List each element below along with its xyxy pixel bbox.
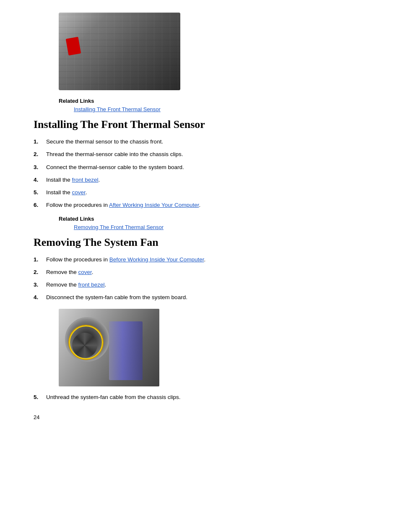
cover-link-1[interactable]: cover bbox=[72, 189, 86, 196]
step-text-1: Secure the thermal sensor to the chassis… bbox=[46, 138, 366, 146]
remove-fan-section: Removing The System Fan 1. Follow the pr… bbox=[34, 236, 366, 302]
step-text-5: Install the cover. bbox=[46, 188, 366, 197]
step-text-2: Thread the thermal-sensor cable into the… bbox=[46, 150, 366, 159]
front-bezel-link-2[interactable]: front bezel bbox=[78, 282, 105, 288]
front-bezel-link-1[interactable]: front bezel bbox=[72, 177, 99, 183]
step-num-2: 2. bbox=[34, 150, 46, 159]
fan-step-1: 1. Follow the procedures in Before Worki… bbox=[34, 256, 366, 264]
step-text-3: Connect the thermal-sensor cable to the … bbox=[46, 163, 366, 172]
fan-step-3: 3. Remove the front bezel. bbox=[34, 281, 366, 289]
remove-fan-heading: Removing The System Fan bbox=[34, 236, 366, 249]
fan-chassis-image bbox=[59, 309, 159, 386]
fan-step-text-1: Follow the procedures in Before Working … bbox=[46, 256, 366, 264]
related-links-label-2: Related Links bbox=[59, 216, 366, 222]
fan-step-text-2: Remove the cover. bbox=[46, 268, 366, 276]
fan-step-text-5: Unthread the system-fan cable from the c… bbox=[46, 393, 366, 402]
computer-chassis-image bbox=[59, 13, 180, 90]
step-num-4: 4. bbox=[34, 176, 46, 184]
install-steps-list: 1. Secure the thermal sensor to the chas… bbox=[34, 138, 366, 210]
fan-step-2: 2. Remove the cover. bbox=[34, 268, 366, 276]
fan-image-container bbox=[59, 309, 366, 386]
removing-thermal-link[interactable]: Removing The Front Thermal Sensor bbox=[74, 224, 164, 230]
install-step-5: 5. Install the cover. bbox=[34, 188, 366, 197]
fan-step-4: 4. Disconnect the system-fan cable from … bbox=[34, 293, 366, 302]
step-text-6: Follow the procedures in After Working I… bbox=[46, 201, 366, 209]
install-step-2: 2. Thread the thermal-sensor cable into … bbox=[34, 150, 366, 159]
step-num-6: 6. bbox=[34, 201, 46, 209]
fan-circle-detail bbox=[69, 326, 103, 359]
fan-step-num-2: 2. bbox=[34, 268, 46, 276]
fan-image-bg bbox=[59, 309, 159, 386]
after-working-link[interactable]: After Working Inside Your Computer bbox=[109, 202, 199, 208]
install-step-6: 6. Follow the procedures in After Workin… bbox=[34, 201, 366, 209]
fan-step-text-3: Remove the front bezel. bbox=[46, 281, 366, 289]
cover-link-2[interactable]: cover bbox=[78, 269, 92, 275]
top-computer-image bbox=[59, 13, 366, 90]
step-num-1: 1. bbox=[34, 138, 46, 146]
install-step-1: 1. Secure the thermal sensor to the chas… bbox=[34, 138, 366, 146]
step-text-4: Install the front bezel. bbox=[46, 176, 366, 184]
installing-thermal-link[interactable]: Installing The Front Thermal Sensor bbox=[74, 106, 161, 112]
fan-step-num-3: 3. bbox=[34, 281, 46, 289]
page-number: 24 bbox=[34, 414, 366, 420]
chassis-inner bbox=[59, 13, 180, 90]
install-section: Installing The Front Thermal Sensor 1. S… bbox=[34, 118, 366, 210]
fan-step-num-4: 4. bbox=[34, 293, 46, 302]
install-step-3: 3. Connect the thermal-sensor cable to t… bbox=[34, 163, 366, 172]
fan-step-num-1: 1. bbox=[34, 256, 46, 264]
fan-step-text-4: Disconnect the system-fan cable from the… bbox=[46, 293, 366, 302]
fan-step-num-5: 5. bbox=[34, 393, 46, 402]
before-working-link[interactable]: Before Working Inside Your Computer bbox=[109, 256, 204, 263]
step-num-3: 3. bbox=[34, 163, 46, 172]
remove-fan-steps-list: 1. Follow the procedures in Before Worki… bbox=[34, 256, 366, 302]
step-num-5: 5. bbox=[34, 188, 46, 197]
related-links-top: Related Links Installing The Front Therm… bbox=[34, 98, 366, 112]
related-links-label-1: Related Links bbox=[59, 98, 366, 104]
install-heading: Installing The Front Thermal Sensor bbox=[34, 118, 366, 131]
install-step-4: 4. Install the front bezel. bbox=[34, 176, 366, 184]
remove-fan-steps-continued: 5. Unthread the system-fan cable from th… bbox=[34, 393, 366, 402]
fan-step-5: 5. Unthread the system-fan cable from th… bbox=[34, 393, 366, 402]
related-links-middle: Related Links Removing The Front Thermal… bbox=[34, 216, 366, 230]
